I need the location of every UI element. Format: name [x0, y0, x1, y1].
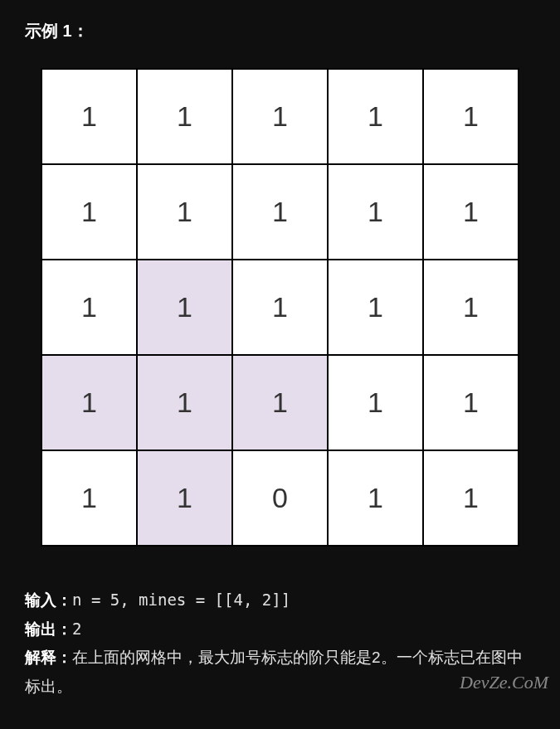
- grid-cell: 1: [41, 68, 138, 165]
- grid-cell: 1: [41, 163, 138, 260]
- input-value: n = 5, mines = [[4, 2]]: [72, 590, 290, 609]
- grid-cell: 1: [231, 68, 329, 165]
- output-line: 输出：2: [25, 615, 535, 644]
- input-label: 输入：: [25, 591, 72, 609]
- explanation-block: 输入：n = 5, mines = [[4, 2]] 输出：2 解释：在上面的网…: [25, 586, 535, 701]
- grid: 1111111111111111111111011: [41, 69, 519, 546]
- grid-row: 11011: [41, 450, 519, 546]
- grid-row: 11111: [41, 355, 519, 450]
- grid-cell: 1: [422, 163, 519, 260]
- grid-cell: 1: [327, 354, 424, 451]
- grid-cell: 1: [327, 450, 424, 547]
- grid-cell: 1: [327, 259, 424, 356]
- grid-cell: 1: [231, 163, 329, 260]
- grid-cell: 1: [136, 163, 233, 260]
- grid-cell: 1: [136, 68, 233, 165]
- grid-cell: 1: [231, 354, 329, 451]
- grid-cell: 1: [41, 354, 138, 451]
- grid-cell: 1: [41, 450, 138, 547]
- grid-cell: 1: [41, 259, 138, 356]
- grid-cell: 1: [136, 259, 233, 356]
- grid-cell: 1: [422, 450, 519, 547]
- grid-cell: 1: [231, 259, 329, 356]
- grid-container: 1111111111111111111111011: [25, 69, 535, 546]
- output-value: 2: [72, 620, 81, 638]
- grid-row: 11111: [41, 69, 519, 164]
- explain-text: 在上面的网格中，最大加号标志的阶只能是2。一个标志已在图中标出。: [25, 649, 523, 694]
- grid-cell: 1: [136, 450, 233, 547]
- explain-label: 解释：: [25, 649, 72, 666]
- input-line: 输入：n = 5, mines = [[4, 2]]: [25, 586, 535, 615]
- grid-cell: 1: [136, 354, 233, 451]
- explain-line: 解释：在上面的网格中，最大加号标志的阶只能是2。一个标志已在图中标出。: [25, 644, 535, 700]
- grid-cell: 1: [422, 354, 519, 451]
- grid-cell: 1: [327, 163, 424, 260]
- grid-cell: 1: [327, 68, 424, 165]
- grid-row: 11111: [41, 260, 519, 355]
- output-label: 输出：: [25, 620, 72, 638]
- grid-cell: 0: [231, 450, 329, 547]
- grid-cell: 1: [422, 259, 519, 356]
- grid-row: 11111: [41, 164, 519, 260]
- grid-cell: 1: [422, 68, 519, 165]
- example-heading: 示例 1：: [25, 20, 535, 42]
